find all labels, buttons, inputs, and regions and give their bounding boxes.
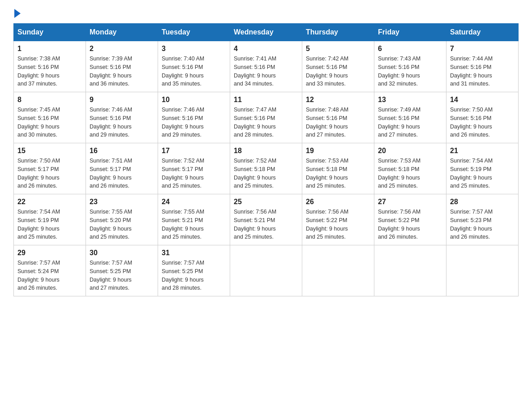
day-info: Sunrise: 7:46 AMSunset: 5:16 PMDaylight:… <box>90 106 154 139</box>
calendar-header-saturday: Saturday <box>446 24 519 41</box>
calendar-cell: 31 Sunrise: 7:57 AMSunset: 5:25 PMDaylig… <box>158 245 230 296</box>
day-number: 9 <box>90 96 154 104</box>
calendar-cell <box>302 245 374 296</box>
calendar-cell: 9 Sunrise: 7:46 AMSunset: 5:16 PMDayligh… <box>86 92 158 143</box>
day-info: Sunrise: 7:38 AMSunset: 5:16 PMDaylight:… <box>17 55 82 88</box>
day-info: Sunrise: 7:57 AMSunset: 5:25 PMDaylight:… <box>90 259 154 292</box>
calendar-cell: 11 Sunrise: 7:47 AMSunset: 5:16 PMDaylig… <box>230 92 302 143</box>
day-number: 13 <box>378 96 442 104</box>
calendar-cell: 25 Sunrise: 7:56 AMSunset: 5:21 PMDaylig… <box>230 194 302 245</box>
calendar-cell: 7 Sunrise: 7:44 AMSunset: 5:16 PMDayligh… <box>446 41 519 92</box>
day-info: Sunrise: 7:46 AMSunset: 5:16 PMDaylight:… <box>162 106 226 139</box>
day-info: Sunrise: 7:56 AMSunset: 5:22 PMDaylight:… <box>378 208 442 241</box>
calendar-cell: 21 Sunrise: 7:54 AMSunset: 5:19 PMDaylig… <box>446 143 519 194</box>
day-number: 18 <box>234 147 298 155</box>
day-number: 11 <box>234 96 298 104</box>
logo-arrow-icon <box>14 9 21 18</box>
day-info: Sunrise: 7:57 AMSunset: 5:24 PMDaylight:… <box>17 259 82 292</box>
calendar-cell: 23 Sunrise: 7:55 AMSunset: 5:20 PMDaylig… <box>86 194 158 245</box>
calendar-header-sunday: Sunday <box>14 24 86 41</box>
calendar-cell: 12 Sunrise: 7:48 AMSunset: 5:16 PMDaylig… <box>302 92 374 143</box>
day-info: Sunrise: 7:51 AMSunset: 5:17 PMDaylight:… <box>90 157 154 190</box>
calendar-table: SundayMondayTuesdayWednesdayThursdayFrid… <box>13 23 519 296</box>
day-number: 24 <box>162 198 226 206</box>
day-number: 19 <box>306 147 370 155</box>
day-info: Sunrise: 7:57 AMSunset: 5:25 PMDaylight:… <box>162 259 226 292</box>
calendar-cell: 27 Sunrise: 7:56 AMSunset: 5:22 PMDaylig… <box>374 194 446 245</box>
day-number: 31 <box>162 249 226 257</box>
calendar-cell: 1 Sunrise: 7:38 AMSunset: 5:16 PMDayligh… <box>14 41 86 92</box>
calendar-cell: 2 Sunrise: 7:39 AMSunset: 5:16 PMDayligh… <box>86 41 158 92</box>
calendar-header-row: SundayMondayTuesdayWednesdayThursdayFrid… <box>14 24 519 41</box>
calendar-cell: 17 Sunrise: 7:52 AMSunset: 5:17 PMDaylig… <box>158 143 230 194</box>
calendar-cell <box>446 245 519 296</box>
calendar-cell: 5 Sunrise: 7:42 AMSunset: 5:16 PMDayligh… <box>302 41 374 92</box>
day-number: 26 <box>306 198 370 206</box>
day-info: Sunrise: 7:43 AMSunset: 5:16 PMDaylight:… <box>378 55 442 88</box>
day-number: 22 <box>17 198 82 206</box>
calendar-cell: 20 Sunrise: 7:53 AMSunset: 5:18 PMDaylig… <box>374 143 446 194</box>
calendar-cell: 26 Sunrise: 7:56 AMSunset: 5:22 PMDaylig… <box>302 194 374 245</box>
calendar-cell: 18 Sunrise: 7:52 AMSunset: 5:18 PMDaylig… <box>230 143 302 194</box>
calendar-cell: 22 Sunrise: 7:54 AMSunset: 5:19 PMDaylig… <box>14 194 86 245</box>
calendar-week-row: 1 Sunrise: 7:38 AMSunset: 5:16 PMDayligh… <box>14 41 519 92</box>
day-info: Sunrise: 7:57 AMSunset: 5:23 PMDaylight:… <box>450 208 515 241</box>
day-info: Sunrise: 7:42 AMSunset: 5:16 PMDaylight:… <box>306 55 370 88</box>
day-info: Sunrise: 7:48 AMSunset: 5:16 PMDaylight:… <box>306 106 370 139</box>
day-number: 6 <box>378 45 442 53</box>
day-info: Sunrise: 7:56 AMSunset: 5:21 PMDaylight:… <box>234 208 298 241</box>
calendar-header-friday: Friday <box>374 24 446 41</box>
day-info: Sunrise: 7:44 AMSunset: 5:16 PMDaylight:… <box>450 55 515 88</box>
calendar-week-row: 15 Sunrise: 7:50 AMSunset: 5:17 PMDaylig… <box>14 143 519 194</box>
day-number: 27 <box>378 198 442 206</box>
day-info: Sunrise: 7:54 AMSunset: 5:19 PMDaylight:… <box>17 208 82 241</box>
day-info: Sunrise: 7:39 AMSunset: 5:16 PMDaylight:… <box>90 55 154 88</box>
day-info: Sunrise: 7:49 AMSunset: 5:16 PMDaylight:… <box>378 106 442 139</box>
calendar-header-thursday: Thursday <box>302 24 374 41</box>
page-header <box>13 9 519 14</box>
day-number: 5 <box>306 45 370 53</box>
calendar-cell: 8 Sunrise: 7:45 AMSunset: 5:16 PMDayligh… <box>14 92 86 143</box>
day-info: Sunrise: 7:55 AMSunset: 5:20 PMDaylight:… <box>90 208 154 241</box>
day-number: 25 <box>234 198 298 206</box>
calendar-cell: 6 Sunrise: 7:43 AMSunset: 5:16 PMDayligh… <box>374 41 446 92</box>
calendar-header-tuesday: Tuesday <box>158 24 230 41</box>
day-number: 17 <box>162 147 226 155</box>
calendar-cell: 16 Sunrise: 7:51 AMSunset: 5:17 PMDaylig… <box>86 143 158 194</box>
day-number: 23 <box>90 198 154 206</box>
day-info: Sunrise: 7:55 AMSunset: 5:21 PMDaylight:… <box>162 208 226 241</box>
day-info: Sunrise: 7:54 AMSunset: 5:19 PMDaylight:… <box>450 157 515 190</box>
calendar-cell <box>230 245 302 296</box>
day-info: Sunrise: 7:53 AMSunset: 5:18 PMDaylight:… <box>306 157 370 190</box>
calendar-week-row: 22 Sunrise: 7:54 AMSunset: 5:19 PMDaylig… <box>14 194 519 245</box>
logo <box>13 9 21 14</box>
day-info: Sunrise: 7:50 AMSunset: 5:16 PMDaylight:… <box>450 106 515 139</box>
day-number: 10 <box>162 96 226 104</box>
calendar-cell: 30 Sunrise: 7:57 AMSunset: 5:25 PMDaylig… <box>86 245 158 296</box>
day-number: 14 <box>450 96 515 104</box>
day-info: Sunrise: 7:53 AMSunset: 5:18 PMDaylight:… <box>378 157 442 190</box>
calendar-cell: 3 Sunrise: 7:40 AMSunset: 5:16 PMDayligh… <box>158 41 230 92</box>
day-number: 21 <box>450 147 515 155</box>
logo-blue-part <box>13 9 21 18</box>
day-number: 15 <box>17 147 82 155</box>
day-number: 3 <box>162 45 226 53</box>
day-info: Sunrise: 7:45 AMSunset: 5:16 PMDaylight:… <box>17 106 82 139</box>
day-number: 2 <box>90 45 154 53</box>
calendar-week-row: 8 Sunrise: 7:45 AMSunset: 5:16 PMDayligh… <box>14 92 519 143</box>
calendar-cell <box>374 245 446 296</box>
calendar-cell: 24 Sunrise: 7:55 AMSunset: 5:21 PMDaylig… <box>158 194 230 245</box>
day-number: 28 <box>450 198 515 206</box>
day-info: Sunrise: 7:52 AMSunset: 5:18 PMDaylight:… <box>234 157 298 190</box>
calendar-cell: 13 Sunrise: 7:49 AMSunset: 5:16 PMDaylig… <box>374 92 446 143</box>
day-info: Sunrise: 7:47 AMSunset: 5:16 PMDaylight:… <box>234 106 298 139</box>
day-info: Sunrise: 7:52 AMSunset: 5:17 PMDaylight:… <box>162 157 226 190</box>
day-info: Sunrise: 7:56 AMSunset: 5:22 PMDaylight:… <box>306 208 370 241</box>
day-number: 16 <box>90 147 154 155</box>
calendar-cell: 28 Sunrise: 7:57 AMSunset: 5:23 PMDaylig… <box>446 194 519 245</box>
calendar-cell: 4 Sunrise: 7:41 AMSunset: 5:16 PMDayligh… <box>230 41 302 92</box>
calendar-week-row: 29 Sunrise: 7:57 AMSunset: 5:24 PMDaylig… <box>14 245 519 296</box>
calendar-header-wednesday: Wednesday <box>230 24 302 41</box>
day-number: 4 <box>234 45 298 53</box>
calendar-cell: 10 Sunrise: 7:46 AMSunset: 5:16 PMDaylig… <box>158 92 230 143</box>
